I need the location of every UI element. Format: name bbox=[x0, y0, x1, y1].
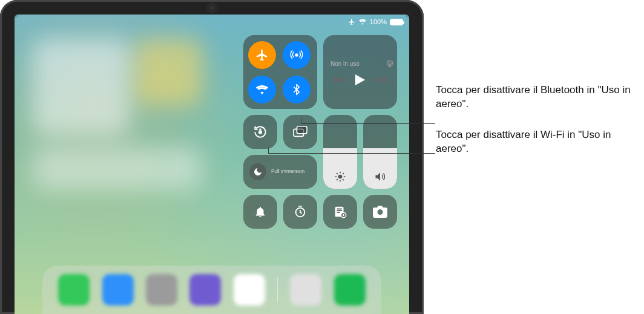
screen: 100% bbox=[15, 15, 409, 314]
dock-divider bbox=[277, 277, 278, 303]
bell-icon bbox=[254, 205, 267, 218]
bluetooth-button[interactable] bbox=[283, 76, 310, 103]
media-status-label: Non in uso bbox=[330, 61, 360, 67]
battery-icon bbox=[390, 19, 403, 25]
app-icon[interactable] bbox=[334, 274, 366, 306]
app-icon[interactable] bbox=[189, 274, 221, 306]
connectivity-module[interactable] bbox=[243, 35, 317, 109]
svg-point-1 bbox=[387, 61, 392, 66]
callout-bluetooth: Tocca per disattivare il Bluetooth in "U… bbox=[436, 83, 636, 111]
airplane-mode-status-icon bbox=[348, 18, 355, 25]
dock bbox=[42, 266, 381, 314]
next-track-icon[interactable] bbox=[377, 76, 388, 84]
focus-button[interactable]: Full immersion bbox=[243, 155, 317, 189]
brightness-slider[interactable] bbox=[323, 115, 357, 189]
svg-point-2 bbox=[389, 62, 392, 65]
camera-button[interactable] bbox=[363, 195, 397, 229]
silent-mode-button[interactable] bbox=[243, 195, 277, 229]
control-center: Non in uso bbox=[240, 35, 397, 229]
svg-rect-3 bbox=[258, 131, 261, 134]
play-icon[interactable] bbox=[355, 74, 365, 85]
screen-mirroring-button[interactable] bbox=[283, 115, 317, 149]
do-not-disturb-icon bbox=[249, 163, 266, 180]
svg-rect-5 bbox=[297, 126, 307, 134]
previous-track-icon[interactable] bbox=[332, 76, 343, 84]
app-icon[interactable] bbox=[290, 274, 321, 306]
app-icon[interactable] bbox=[102, 274, 134, 306]
svg-point-6 bbox=[338, 175, 343, 179]
status-bar: 100% bbox=[348, 18, 403, 25]
media-controls bbox=[332, 74, 388, 85]
airplay-icon[interactable] bbox=[385, 59, 395, 68]
app-icon[interactable] bbox=[58, 274, 90, 306]
wifi-button[interactable] bbox=[248, 76, 276, 103]
front-camera bbox=[209, 5, 215, 11]
media-status-row: Non in uso bbox=[330, 59, 395, 68]
quick-note-button[interactable] bbox=[323, 195, 357, 229]
timer-button[interactable] bbox=[283, 195, 317, 229]
app-icon[interactable] bbox=[234, 274, 265, 306]
airdrop-button[interactable] bbox=[283, 41, 310, 69]
callouts: Tocca per disattivare il Bluetooth in "U… bbox=[436, 83, 636, 173]
rotation-lock-button[interactable] bbox=[243, 115, 277, 149]
volume-slider[interactable] bbox=[363, 115, 397, 189]
timer-icon bbox=[294, 205, 307, 218]
focus-label: Full immersion bbox=[271, 169, 304, 174]
app-icon[interactable] bbox=[146, 274, 177, 306]
camera-icon bbox=[373, 206, 387, 218]
volume-icon bbox=[374, 171, 386, 183]
brightness-icon bbox=[334, 171, 346, 183]
svg-point-0 bbox=[295, 53, 298, 56]
wifi-status-icon bbox=[358, 19, 367, 25]
device-frame: 100% bbox=[0, 0, 424, 314]
battery-percent: 100% bbox=[370, 18, 387, 25]
airplane-mode-button[interactable] bbox=[248, 41, 276, 69]
media-module[interactable]: Non in uso bbox=[323, 35, 397, 109]
quick-note-icon bbox=[334, 205, 347, 218]
callout-wifi: Tocca per disattivare il Wi-Fi in "Uso i… bbox=[436, 128, 636, 156]
